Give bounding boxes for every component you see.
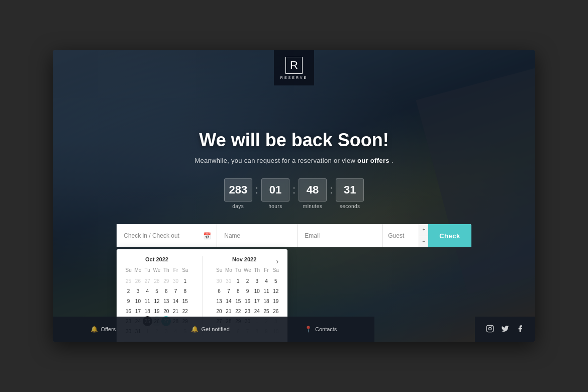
table-row[interactable]: 17 <box>252 296 262 306</box>
email-field[interactable]: ✉ <box>298 224 383 247</box>
footer-offers[interactable]: 🔔 Offers <box>90 326 116 333</box>
nov-header-tu: Tu <box>233 266 243 276</box>
table-row[interactable]: 8 <box>233 286 243 296</box>
table-row[interactable]: 9 <box>243 286 252 296</box>
table-row[interactable]: 25 <box>262 306 271 316</box>
name-field[interactable]: 👤 <box>217 224 298 247</box>
table-row[interactable]: 10 <box>133 296 143 306</box>
table-row[interactable]: 2 <box>243 276 252 286</box>
nov-header-we: We <box>243 266 252 276</box>
table-row[interactable]: 16 <box>243 296 252 306</box>
table-row[interactable]: 11 <box>143 296 152 306</box>
guest-input[interactable] <box>388 232 413 239</box>
nov-title: Nov 2022 <box>215 256 274 262</box>
table-row[interactable]: 18 <box>143 306 152 316</box>
booking-form: 📅 👤 ✉ + − <box>117 224 471 247</box>
table-row[interactable]: 27 <box>143 276 152 286</box>
table-row[interactable]: 9 <box>124 296 133 306</box>
facebook-icon[interactable] <box>516 325 524 334</box>
table-row[interactable]: 22 <box>180 306 190 316</box>
table-row[interactable]: 31 <box>224 276 234 286</box>
guest-field[interactable]: + − <box>383 224 428 247</box>
table-row[interactable]: 19 <box>271 296 280 306</box>
table-row[interactable]: 14 <box>171 296 180 306</box>
oct-header-fr: Fr <box>171 266 180 276</box>
table-row[interactable]: 26 <box>133 276 143 286</box>
subheadline-prefix: Meanwhile, you can request for a reserva… <box>194 157 355 164</box>
footer-contacts[interactable]: 📍 Contacts <box>305 326 337 333</box>
table-row[interactable]: 30 <box>215 276 224 286</box>
table-row[interactable]: 11 <box>262 286 271 296</box>
guest-input-wrap <box>383 232 419 239</box>
table-row[interactable]: 6 <box>161 286 171 296</box>
table-row[interactable]: 16 <box>124 306 133 316</box>
table-row[interactable]: 20 <box>161 306 171 316</box>
table-row[interactable]: 5 <box>152 286 162 296</box>
nov-header-mo: Mo <box>224 266 234 276</box>
table-row[interactable]: 1 <box>180 276 190 286</box>
table-row[interactable]: 1 <box>233 276 243 286</box>
table-row[interactable]: 28 <box>152 276 162 286</box>
guest-stepper: + − <box>419 224 428 247</box>
instagram-icon[interactable] <box>486 325 494 334</box>
table-row[interactable]: 6 <box>215 286 224 296</box>
nov-header-th: Th <box>252 266 262 276</box>
table-row[interactable]: 3 <box>133 286 143 296</box>
notify-icon: 🔔 <box>191 326 199 333</box>
table-row[interactable]: 24 <box>252 306 262 316</box>
table-row[interactable]: 13 <box>215 296 224 306</box>
table-row[interactable]: 18 <box>262 296 271 306</box>
table-row[interactable]: 8 <box>180 286 190 296</box>
countdown: 283 days : 01 hours : 48 minutes : 31 se… <box>224 178 364 209</box>
name-input[interactable] <box>224 232 300 239</box>
countdown-sep-2: : <box>292 178 296 209</box>
table-row[interactable]: 5 <box>271 276 280 286</box>
table-row[interactable]: 20 <box>215 306 224 316</box>
subheadline-suffix: . <box>391 157 394 164</box>
footer-notify[interactable]: 🔔 Get notified <box>191 326 230 333</box>
countdown-sep-3: : <box>330 178 333 209</box>
table-row[interactable]: 4 <box>262 276 271 286</box>
table-row[interactable]: 10 <box>252 286 262 296</box>
table-row[interactable]: 26 <box>271 306 280 316</box>
table-row[interactable]: 23 <box>243 306 252 316</box>
twitter-icon[interactable] <box>501 325 509 334</box>
table-row[interactable]: 22 <box>233 306 243 316</box>
table-row[interactable]: 17 <box>133 306 143 316</box>
table-row[interactable]: 25 <box>124 276 133 286</box>
guest-increment-button[interactable]: + <box>419 224 428 236</box>
checkin-field[interactable]: 📅 <box>117 224 217 247</box>
table-row[interactable]: 3 <box>252 276 262 286</box>
countdown-seconds: 31 seconds <box>336 178 364 209</box>
nov-header-su: Su <box>215 266 224 276</box>
table-row[interactable]: 4 <box>143 286 152 296</box>
subheadline: Meanwhile, you can request for a reserva… <box>194 157 393 164</box>
table-row[interactable]: 15 <box>180 296 190 306</box>
calendar-next-button[interactable]: › <box>274 257 281 265</box>
check-button[interactable]: Check <box>428 224 471 247</box>
table-row[interactable]: 14 <box>224 296 234 306</box>
minutes-value: 48 <box>299 178 327 202</box>
footer-contacts-label: Contacts <box>315 326 337 332</box>
table-row[interactable]: 29 <box>161 276 171 286</box>
table-row[interactable]: 12 <box>152 296 162 306</box>
table-row[interactable]: 21 <box>224 306 234 316</box>
table-row[interactable]: 12 <box>271 286 280 296</box>
table-row[interactable]: 15 <box>233 296 243 306</box>
table-row[interactable]: 13 <box>161 296 171 306</box>
table-row[interactable]: 7 <box>224 286 234 296</box>
table-row[interactable]: 19 <box>152 306 162 316</box>
svg-rect-0 <box>486 325 493 332</box>
table-row[interactable]: 30 <box>171 276 180 286</box>
table-row[interactable]: 21 <box>171 306 180 316</box>
guest-decrement-button[interactable]: − <box>419 236 428 248</box>
email-input[interactable] <box>305 232 380 239</box>
oct-header-su: Su <box>124 266 133 276</box>
countdown-sep-1: : <box>255 178 258 209</box>
checkin-input[interactable] <box>124 232 199 239</box>
oct-header-mo: Mo <box>133 266 143 276</box>
svg-point-1 <box>488 327 491 330</box>
table-row[interactable]: 2 <box>124 286 133 296</box>
footer-social <box>475 317 535 342</box>
table-row[interactable]: 7 <box>171 286 180 296</box>
